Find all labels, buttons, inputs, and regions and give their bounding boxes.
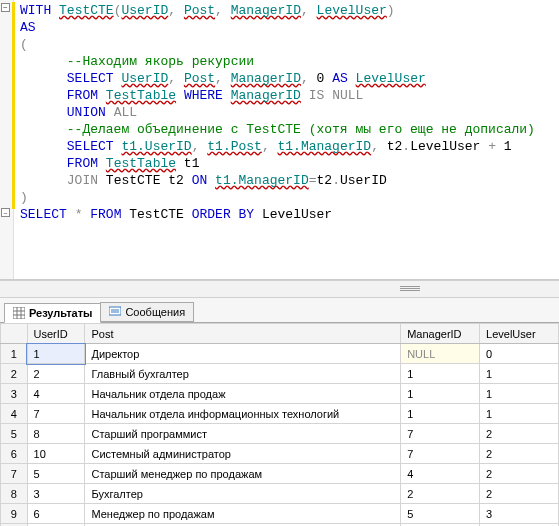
cell-leveluser[interactable]: 1 <box>480 364 559 384</box>
cell-managerid[interactable]: 7 <box>401 424 480 444</box>
cell-leveluser[interactable]: 2 <box>480 444 559 464</box>
splitter-grip-icon <box>400 286 420 292</box>
cell-post[interactable]: Системный администратор <box>85 444 401 464</box>
cell-managerid[interactable]: 2 <box>401 484 480 504</box>
cell-userid[interactable]: 10 <box>27 444 85 464</box>
col-header-userid[interactable]: UserID <box>27 324 85 344</box>
code-line[interactable]: SELECT t1.UserID, t1.Post, t1.ManagerID,… <box>20 138 559 155</box>
cell-managerid[interactable]: 1 <box>401 384 480 404</box>
code-line[interactable]: SELECT UserID, Post, ManagerID, 0 AS Lev… <box>20 70 559 87</box>
table-row[interactable]: 47Начальник отдела информационных технол… <box>1 404 559 424</box>
tab-results-label: Результаты <box>29 307 92 319</box>
row-header[interactable]: 1 <box>1 344 28 364</box>
code-line[interactable]: SELECT * FROM TestCTE ORDER BY LevelUser <box>20 206 559 223</box>
code-line[interactable]: UNION ALL <box>20 104 559 121</box>
cell-post[interactable]: Директор <box>85 344 401 364</box>
fold-end-icon: – <box>1 208 10 217</box>
table-row[interactable]: 11ДиректорNULL0 <box>1 344 559 364</box>
svg-rect-0 <box>13 307 25 319</box>
cell-managerid[interactable]: 4 <box>401 464 480 484</box>
table-row[interactable]: 34Начальник отдела продаж11 <box>1 384 559 404</box>
col-header-leveluser[interactable]: LevelUser <box>480 324 559 344</box>
col-header-post[interactable]: Post <box>85 324 401 344</box>
cell-managerid[interactable]: 1 <box>401 364 480 384</box>
cell-userid[interactable]: 7 <box>27 404 85 424</box>
col-header-managerid[interactable]: ManagerID <box>401 324 480 344</box>
row-header[interactable]: 6 <box>1 444 28 464</box>
table-row[interactable]: 22Главный бухгалтер11 <box>1 364 559 384</box>
row-header[interactable]: 8 <box>1 484 28 504</box>
cell-userid[interactable]: 5 <box>27 464 85 484</box>
code-line[interactable]: ( <box>20 36 559 53</box>
code-line[interactable]: FROM TestTable t1 <box>20 155 559 172</box>
cell-post[interactable]: Старший менеджер по продажам <box>85 464 401 484</box>
row-header[interactable]: 3 <box>1 384 28 404</box>
table-row[interactable]: 75Старший менеджер по продажам42 <box>1 464 559 484</box>
change-marker <box>12 2 15 209</box>
row-header[interactable]: 4 <box>1 404 28 424</box>
cell-userid[interactable]: 6 <box>27 504 85 524</box>
cell-managerid[interactable]: 5 <box>401 504 480 524</box>
cell-post[interactable]: Менеджер по продажам <box>85 504 401 524</box>
cell-managerid[interactable]: 1 <box>401 404 480 424</box>
cell-managerid[interactable]: NULL <box>401 344 480 364</box>
code-line[interactable]: FROM TestTable WHERE ManagerID IS NULL <box>20 87 559 104</box>
cell-userid[interactable]: 8 <box>27 424 85 444</box>
svg-rect-5 <box>109 307 121 315</box>
cell-post[interactable]: Старший программист <box>85 424 401 444</box>
cell-userid[interactable]: 4 <box>27 384 85 404</box>
results-grid[interactable]: UserID Post ManagerID LevelUser 11Директ… <box>0 323 559 526</box>
code-line[interactable]: --Находим якорь рекурсии <box>20 53 559 70</box>
row-header[interactable]: 7 <box>1 464 28 484</box>
cell-leveluser[interactable]: 2 <box>480 484 559 504</box>
editor-gutter: − – <box>0 0 14 279</box>
cell-leveluser[interactable]: 1 <box>480 384 559 404</box>
grid-icon <box>13 307 25 319</box>
cell-post[interactable]: Начальник отдела информационных технолог… <box>85 404 401 424</box>
cell-post[interactable]: Начальник отдела продаж <box>85 384 401 404</box>
cell-userid[interactable]: 2 <box>27 364 85 384</box>
corner-cell[interactable] <box>1 324 28 344</box>
table-row[interactable]: 96Менеджер по продажам53 <box>1 504 559 524</box>
sql-editor[interactable]: − – WITH TestCTE(UserID, Post, ManagerID… <box>0 0 559 280</box>
tab-messages-label: Сообщения <box>125 306 185 318</box>
cell-userid[interactable]: 3 <box>27 484 85 504</box>
result-tabs: Результаты Сообщения <box>0 298 559 323</box>
tab-messages[interactable]: Сообщения <box>100 302 194 322</box>
cell-leveluser[interactable]: 0 <box>480 344 559 364</box>
table-row[interactable]: 610Системный администратор72 <box>1 444 559 464</box>
cell-managerid[interactable]: 7 <box>401 444 480 464</box>
row-header[interactable]: 2 <box>1 364 28 384</box>
cell-leveluser[interactable]: 2 <box>480 464 559 484</box>
code-line[interactable]: --Делаем объединение с TestCTE (хотя мы … <box>20 121 559 138</box>
cell-userid[interactable]: 1 <box>27 344 85 364</box>
fold-toggle-icon[interactable]: − <box>1 3 10 12</box>
cell-post[interactable]: Бухгалтер <box>85 484 401 504</box>
cell-leveluser[interactable]: 3 <box>480 504 559 524</box>
cell-post[interactable]: Главный бухгалтер <box>85 364 401 384</box>
code-line[interactable]: JOIN TestCTE t2 ON t1.ManagerID=t2.UserI… <box>20 172 559 189</box>
row-header[interactable]: 5 <box>1 424 28 444</box>
cell-leveluser[interactable]: 2 <box>480 424 559 444</box>
messages-icon <box>109 306 121 318</box>
table-row[interactable]: 83Бухгалтер22 <box>1 484 559 504</box>
tab-results[interactable]: Результаты <box>4 303 101 323</box>
pane-splitter[interactable] <box>0 280 559 298</box>
code-line[interactable]: ) <box>20 189 559 206</box>
code-area[interactable]: WITH TestCTE(UserID, Post, ManagerID, Le… <box>14 0 559 279</box>
table-row[interactable]: 58Старший программист72 <box>1 424 559 444</box>
grid-header-row: UserID Post ManagerID LevelUser <box>1 324 559 344</box>
code-line[interactable]: WITH TestCTE(UserID, Post, ManagerID, Le… <box>20 2 559 19</box>
results-grid-pane: UserID Post ManagerID LevelUser 11Директ… <box>0 323 559 526</box>
code-line[interactable]: AS <box>20 19 559 36</box>
cell-leveluser[interactable]: 1 <box>480 404 559 424</box>
row-header[interactable]: 9 <box>1 504 28 524</box>
